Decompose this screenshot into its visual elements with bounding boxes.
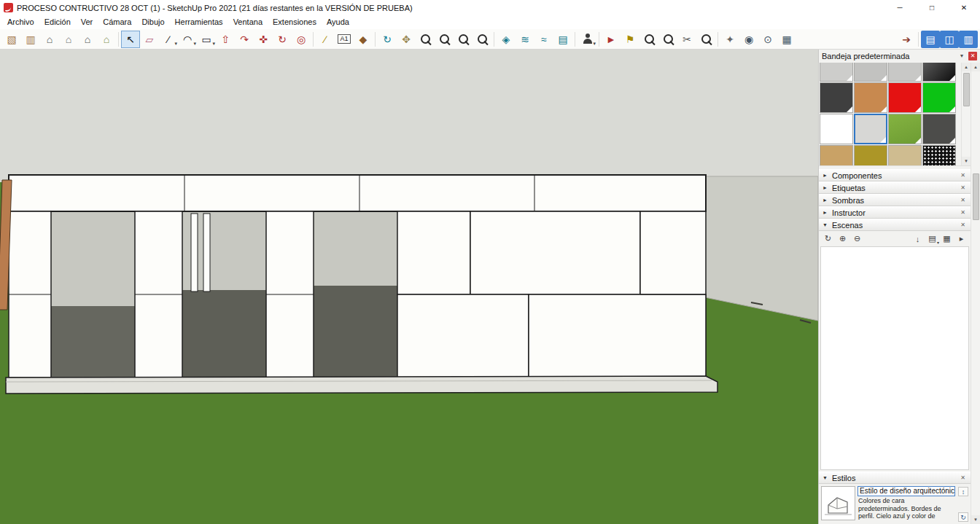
minimize-button[interactable]: ─ xyxy=(884,0,916,15)
collapse-arrow-icon[interactable]: ▼ xyxy=(822,475,828,480)
update-scene-button[interactable]: ↻ xyxy=(822,233,834,245)
maximize-button[interactable]: □ xyxy=(916,0,948,15)
material-white[interactable] xyxy=(820,114,853,144)
material-gray-3[interactable] xyxy=(888,63,922,82)
material-wood-tan[interactable] xyxy=(820,145,853,165)
close-button[interactable]: ✕ xyxy=(948,0,980,15)
paint-bucket-tool[interactable]: ◆ xyxy=(354,31,373,48)
zoom-tool[interactable] xyxy=(416,31,435,48)
section-sombras[interactable]: ► Sombras ✕ xyxy=(819,194,971,206)
binoculars-icon[interactable]: ⊙ xyxy=(758,31,777,48)
eraser-tool[interactable]: ▱ xyxy=(140,31,159,48)
menu-archivo[interactable]: Archivo xyxy=(2,15,39,29)
section-fill-toggle[interactable]: ▤ xyxy=(553,31,572,48)
inspect-tool[interactable] xyxy=(696,31,715,48)
view-options-button[interactable]: ▤ ▾ xyxy=(926,233,938,245)
section-plane-tool[interactable]: ◈ xyxy=(497,31,516,48)
add-scene-button[interactable]: ⊕ xyxy=(836,233,849,245)
scroll-down-icon[interactable]: ▼ xyxy=(971,515,980,524)
previous-view-tool[interactable] xyxy=(472,31,491,48)
copy-box-icon[interactable]: ▥ xyxy=(21,31,40,48)
show-details-button[interactable]: ▦ xyxy=(941,233,953,245)
material-black-dots[interactable] xyxy=(922,145,956,165)
close-section-icon[interactable]: ✕ xyxy=(959,222,967,228)
scene-menu-button[interactable]: ▸ xyxy=(955,233,968,245)
zoom-photo-tool[interactable] xyxy=(639,31,658,48)
rectangle-tool[interactable]: ▭ ▾ xyxy=(197,31,216,48)
menu-herramientas[interactable]: Herramientas xyxy=(170,15,228,29)
section-etiquetas[interactable]: ► Etiquetas ✕ xyxy=(819,181,971,194)
animation-icon[interactable]: ▦ xyxy=(777,31,796,48)
home-plan-icon[interactable]: ⌂ xyxy=(97,31,116,48)
material-black-gradient[interactable] xyxy=(922,63,956,82)
menu-dibujo[interactable]: Dibujo xyxy=(136,15,169,29)
pin-icon[interactable]: ▼ xyxy=(957,52,966,60)
zoom-extents-tool[interactable] xyxy=(454,31,472,48)
zoom-selection-tool[interactable] xyxy=(658,31,677,48)
material-gray-2[interactable] xyxy=(854,63,887,82)
material-charcoal[interactable] xyxy=(820,82,853,113)
move-tool[interactable]: ✜ xyxy=(254,31,273,48)
tray-close-icon[interactable]: ✕ xyxy=(968,52,977,60)
scrollbar-thumb[interactable] xyxy=(973,173,979,220)
arc-tool[interactable]: ◠ ▾ xyxy=(178,31,197,48)
menu-ayuda[interactable]: Ayuda xyxy=(322,15,354,29)
material-orange-texture[interactable] xyxy=(854,82,887,113)
panel-toggle-2-icon[interactable]: ◫ xyxy=(940,31,959,48)
offset-tool[interactable]: ◎ xyxy=(292,31,311,48)
material-green[interactable] xyxy=(922,82,956,113)
in-model-styles-icon[interactable]: ↕ xyxy=(958,487,968,496)
camera-person-tool[interactable]: ▾ xyxy=(578,31,596,48)
panel-toggle-1-icon[interactable]: ▤ xyxy=(921,31,940,48)
paste-box-icon[interactable]: ▧ xyxy=(2,31,21,48)
section-cuts-toggle[interactable]: ≈ xyxy=(534,31,553,48)
home-stack-icon[interactable]: ⌂ xyxy=(59,31,78,48)
scroll-down-icon[interactable]: ▼ xyxy=(962,157,971,165)
scrollbar-track[interactable] xyxy=(971,220,980,515)
scrollbar-thumb[interactable] xyxy=(963,73,970,106)
style-thumbnail[interactable] xyxy=(821,486,855,520)
update-style-icon[interactable]: ↻ xyxy=(958,512,968,522)
followme-tool[interactable]: ↷ xyxy=(235,31,254,48)
menu-extensiones[interactable]: Extensiones xyxy=(268,15,322,29)
menu-camara[interactable]: Cámara xyxy=(98,15,136,29)
expand-arrow-icon[interactable]: ► xyxy=(822,173,828,178)
close-section-icon[interactable]: ✕ xyxy=(959,197,967,203)
section-instructor[interactable]: ► Instructor ✕ xyxy=(819,206,971,219)
scrollbar-track[interactable] xyxy=(962,106,971,157)
pushpull-tool[interactable]: ⇧ xyxy=(216,31,235,48)
material-red[interactable] xyxy=(888,82,922,113)
home-model-icon[interactable]: ⌂ xyxy=(40,31,59,48)
rotate-tool[interactable]: ↻ xyxy=(273,31,292,48)
walk-tool[interactable]: ► xyxy=(602,31,621,48)
section-estilos[interactable]: ▼ Estilos ✕ xyxy=(819,472,971,484)
collapse-arrow-icon[interactable]: ▼ xyxy=(822,222,828,227)
select-tool[interactable]: ↖ xyxy=(121,31,140,48)
close-section-icon[interactable]: ✕ xyxy=(959,209,967,216)
material-grass[interactable] xyxy=(888,114,922,144)
position-camera-tool[interactable]: ⚑ xyxy=(621,31,639,48)
tray-scrollbar[interactable]: ▲ ▼ xyxy=(971,63,980,524)
tape-measure-tool[interactable]: ∕ xyxy=(316,31,335,48)
menu-ver[interactable]: Ver xyxy=(76,15,98,29)
line-tool[interactable]: ∕ ▾ xyxy=(159,31,178,48)
close-section-icon[interactable]: ✕ xyxy=(959,474,967,481)
spray-tool-icon[interactable]: ✦ xyxy=(720,31,739,48)
look-around-tool[interactable]: ◉ xyxy=(739,31,758,48)
section-display-toggle[interactable]: ≋ xyxy=(516,31,534,48)
zoom-window-tool[interactable] xyxy=(435,31,454,48)
close-section-icon[interactable]: ✕ xyxy=(959,184,967,191)
materials-scrollbar[interactable]: ▲ ▼ xyxy=(961,63,971,165)
expand-arrow-icon[interactable]: ► xyxy=(822,210,828,215)
material-asphalt[interactable] xyxy=(922,114,956,144)
section-escenas[interactable]: ▼ Escenas ✕ xyxy=(819,219,971,231)
home-alt-icon[interactable]: ⌂ xyxy=(78,31,97,48)
menu-edicion[interactable]: Edición xyxy=(39,15,76,29)
scroll-up-icon[interactable]: ▲ xyxy=(971,63,980,71)
material-olive[interactable] xyxy=(854,145,887,165)
text-tool[interactable]: A1 xyxy=(335,31,354,48)
scissors-tool[interactable]: ✂ xyxy=(677,31,696,48)
move-scene-down-button[interactable]: ↓ xyxy=(911,233,924,245)
scenes-list[interactable] xyxy=(820,246,969,470)
material-beige[interactable] xyxy=(888,145,922,165)
